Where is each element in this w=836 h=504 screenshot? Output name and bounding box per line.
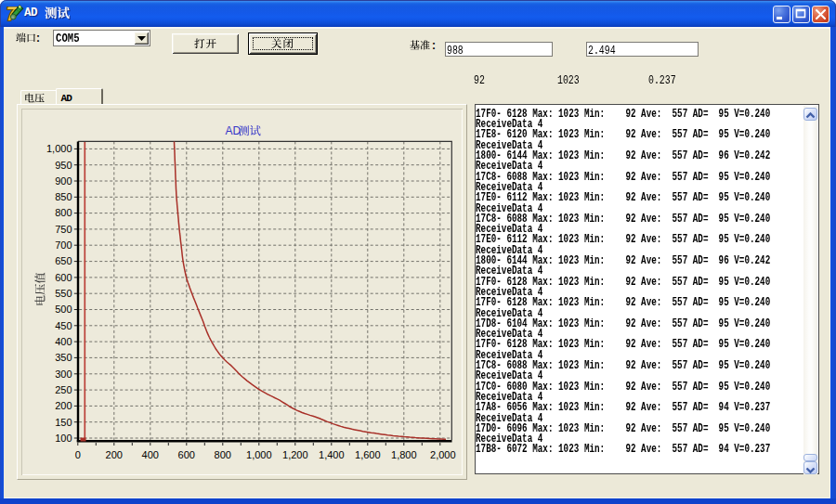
svg-text:1,600: 1,600 (355, 449, 381, 460)
svg-text:100: 100 (55, 433, 72, 444)
svg-text:200: 200 (106, 449, 123, 460)
svg-text:200: 200 (55, 400, 72, 411)
svg-text:400: 400 (142, 449, 159, 460)
svg-text:400: 400 (55, 336, 72, 347)
svg-text:900: 900 (55, 175, 72, 187)
svg-text:500: 500 (55, 304, 72, 315)
svg-text:650: 650 (55, 255, 72, 266)
svg-text:950: 950 (55, 160, 72, 171)
svg-text:550: 550 (55, 288, 72, 299)
svg-text:1,000: 1,000 (46, 143, 72, 154)
svg-text:1,000: 1,000 (246, 449, 272, 460)
svg-text:800: 800 (215, 449, 231, 460)
svg-text:600: 600 (178, 449, 195, 460)
svg-text:2,000: 2,000 (430, 449, 456, 460)
svg-text:AD: AD (226, 124, 242, 137)
svg-text:350: 350 (55, 352, 72, 363)
svg-text:1,200: 1,200 (282, 449, 308, 460)
svg-text:450: 450 (55, 320, 72, 331)
svg-text:0: 0 (75, 449, 81, 460)
svg-text:700: 700 (55, 239, 72, 251)
svg-text:850: 850 (55, 191, 72, 202)
svg-text:750: 750 (55, 224, 72, 235)
svg-text:150: 150 (55, 417, 72, 428)
svg-text:1,800: 1,800 (391, 449, 417, 460)
svg-text:600: 600 (55, 272, 72, 283)
svg-text:800: 800 (55, 207, 72, 218)
svg-text:1,400: 1,400 (319, 449, 345, 460)
svg-text:300: 300 (55, 368, 72, 380)
svg-text:250: 250 (55, 384, 72, 395)
